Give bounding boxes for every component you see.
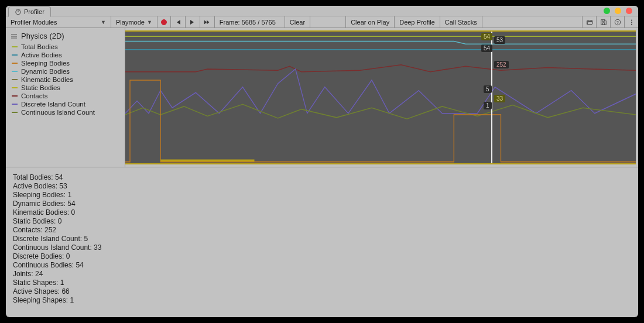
legend-swatch — [12, 95, 18, 97]
help-button[interactable]: ? — [610, 16, 624, 28]
profiler-modules-dropdown[interactable]: Profiler Modules ▼ — [6, 16, 111, 28]
marker-total: 54 — [481, 33, 492, 40]
marker-active: 53 — [494, 36, 505, 44]
legend-item[interactable]: Discrete Island Count — [9, 100, 121, 108]
drag-handle-icon — [11, 33, 18, 40]
detail-row: Static Bodies: 0 — [13, 217, 631, 226]
legend-label: Active Bodies — [21, 51, 62, 59]
load-button[interactable] — [582, 16, 596, 28]
marker-continuous: 33 — [494, 95, 505, 102]
legend-item[interactable]: Active Bodies — [9, 51, 121, 59]
legend-item[interactable]: Sleeping Bodies — [9, 59, 121, 67]
detail-row: Kinematic Bodies: 0 — [13, 208, 631, 217]
details-panel: Total Bodies: 54Active Bodies: 53Sleepin… — [6, 167, 638, 317]
legend-label: Contacts — [21, 92, 47, 99]
frame-last-button[interactable] — [200, 16, 215, 28]
legend-label: Static Bodies — [21, 84, 60, 91]
menu-button[interactable] — [624, 16, 638, 28]
tab-title-text: Profiler — [24, 8, 44, 15]
detail-row: Continuous Bodies: 54 — [13, 261, 631, 270]
window-controls — [604, 8, 632, 14]
detail-row: Joints: 24 — [13, 270, 631, 279]
save-button[interactable] — [596, 16, 610, 28]
clear-button[interactable]: Clear — [285, 16, 310, 28]
chevron-down-icon: ▼ — [101, 19, 106, 25]
frame-first-button[interactable] — [171, 16, 186, 28]
skip-forward-icon — [189, 19, 196, 26]
profiler-icon — [15, 8, 22, 15]
legend-swatch — [12, 87, 18, 88]
module-title[interactable]: Physics (2D) — [9, 30, 121, 43]
legend-item[interactable]: Kinematic Bodies — [9, 75, 121, 84]
legend-swatch — [12, 79, 18, 80]
legend-swatch — [12, 112, 18, 113]
maximize-button[interactable] — [604, 8, 610, 14]
detail-row: Active Shapes: 66 — [13, 287, 631, 296]
record-button[interactable] — [157, 16, 171, 28]
detail-row: Total Bodies: 54 — [13, 173, 631, 182]
chevron-down-icon: ▼ — [147, 19, 152, 25]
svg-point-4 — [631, 21, 632, 22]
legend-swatch — [12, 54, 18, 56]
detail-row: Static Shapes: 1 — [13, 279, 631, 287]
detail-row: Continuous Island Count: 33 — [13, 243, 631, 252]
detail-row: Contacts: 252 — [13, 226, 631, 235]
module-sidebar: Physics (2D) Total BodiesActive BodiesSl… — [6, 28, 125, 167]
chart-svg — [125, 32, 636, 163]
call-stacks-button[interactable]: Call Stacks — [440, 16, 482, 28]
legend-swatch — [12, 46, 18, 47]
detail-row: Sleeping Shapes: 1 — [13, 296, 631, 305]
legend-item[interactable]: Contacts — [9, 92, 121, 100]
open-icon — [586, 19, 593, 26]
legend-label: Discrete Island Count — [21, 101, 85, 108]
kebab-icon — [628, 19, 635, 26]
record-icon — [161, 19, 167, 25]
frame-text: Frame: 5685 / 5765 — [220, 19, 276, 26]
legend-item[interactable]: Continuous Island Count — [9, 108, 121, 116]
profiler-modules-label: Profiler Modules — [11, 19, 57, 26]
help-icon: ? — [614, 19, 621, 26]
svg-text:?: ? — [616, 20, 619, 24]
save-icon — [600, 19, 607, 26]
profiler-tab[interactable]: Profiler — [8, 6, 51, 17]
skip-end-icon — [204, 19, 211, 26]
detail-row: Active Bodies: 53 — [13, 182, 631, 191]
legend-item[interactable]: Static Bodies — [9, 84, 121, 92]
detail-row: Discrete Bodies: 0 — [13, 252, 631, 261]
marker-dynamic: 54 — [481, 44, 492, 52]
close-button[interactable] — [626, 8, 632, 14]
svg-point-5 — [631, 23, 632, 25]
legend-swatch — [12, 71, 18, 72]
detail-row: Sleeping Bodies: 1 — [13, 191, 631, 200]
svg-point-3 — [631, 19, 632, 20]
marker-sleeping: 1 — [484, 102, 492, 109]
playmode-dropdown[interactable]: Playmode ▼ — [111, 16, 157, 28]
detail-row: Discrete Island Count: 5 — [13, 235, 631, 243]
chart-area[interactable]: 54 53 54 252 5 1 33 — [125, 30, 636, 164]
marker-discrete: 5 — [484, 85, 492, 93]
legend-label: Sleeping Bodies — [21, 60, 70, 67]
legend-item[interactable]: Total Bodies — [9, 43, 121, 51]
deep-profile-button[interactable]: Deep Profile — [395, 16, 440, 28]
legend-label: Continuous Island Count — [21, 109, 95, 116]
marker-contacts: 252 — [494, 61, 509, 68]
legend-label: Kinematic Bodies — [21, 76, 73, 83]
skip-back-icon — [174, 19, 181, 26]
legend-swatch — [12, 63, 18, 64]
legend-label: Total Bodies — [21, 43, 58, 50]
clear-on-play-button[interactable]: Clear on Play — [345, 16, 395, 28]
minimize-button[interactable] — [615, 8, 621, 14]
frame-next-button[interactable] — [186, 16, 200, 28]
legend-swatch — [12, 104, 18, 105]
legend-label: Dynamic Bodies — [21, 68, 70, 75]
title-bar: Profiler — [6, 6, 638, 16]
toolbar: Profiler Modules ▼ Playmode ▼ Frame: 568… — [6, 16, 638, 28]
frame-indicator: Frame: 5685 / 5765 — [215, 16, 285, 28]
detail-row: Dynamic Bodies: 54 — [13, 200, 631, 208]
legend-item[interactable]: Dynamic Bodies — [9, 67, 121, 75]
playmode-label: Playmode — [116, 19, 145, 26]
